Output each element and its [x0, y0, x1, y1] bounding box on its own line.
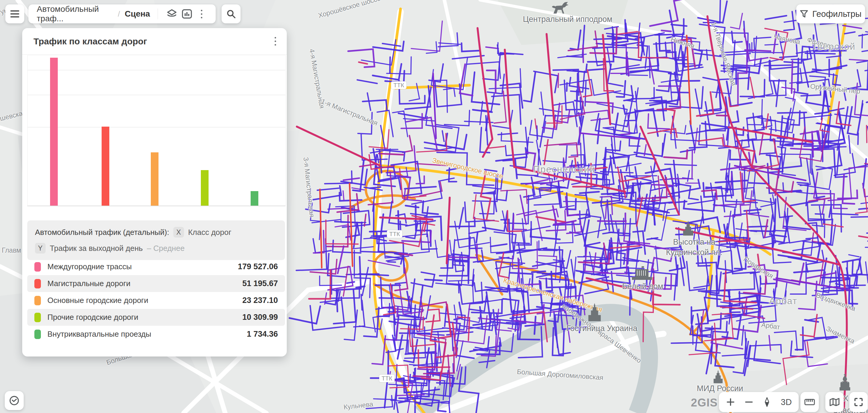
map-poi-label: Центральный ипподром — [523, 15, 612, 24]
chart-bar[interactable] — [201, 170, 209, 206]
chart-source-line-x: Автомобильный трафик (детальный): X Клас… — [35, 226, 277, 238]
legend-label: Магистральные дороги — [48, 279, 242, 288]
legend-row[interactable]: Прочие городские дороги10 309.99 — [27, 309, 285, 326]
clock-icon — [9, 395, 20, 406]
toolbar-divider — [158, 8, 158, 19]
legend-value: 10 309.99 — [242, 313, 278, 322]
horse-icon — [551, 1, 570, 15]
chart-gridline — [28, 127, 285, 128]
chart-source-line-y: Y Трафик за выходной день – Среднее — [35, 242, 277, 254]
compass-button[interactable] — [760, 393, 774, 411]
ttk-badge: ТТК — [379, 375, 395, 382]
search-button[interactable] — [222, 4, 241, 23]
tower-icon — [588, 302, 601, 324]
legend-label: Внутриквартальные проезды — [48, 330, 247, 339]
legend-row[interactable]: Магистральные дороги51 195.67 — [27, 275, 285, 292]
legend-swatch — [34, 330, 41, 339]
ruler-button[interactable] — [801, 392, 819, 412]
history-button[interactable] — [5, 391, 24, 410]
fullscreen-button[interactable] — [849, 392, 868, 412]
breadcrumb-scene[interactable]: Сцена — [125, 9, 150, 19]
zoom-out-button[interactable] — [742, 393, 756, 411]
widget-menu-button[interactable] — [273, 35, 278, 47]
church-icon — [838, 373, 851, 392]
layers-icon — [166, 9, 177, 19]
zoom-in-button[interactable] — [723, 393, 738, 411]
legend-swatch — [34, 279, 41, 288]
compass-needle-icon — [764, 397, 771, 407]
legend-row[interactable]: Основные городские дороги23 237.10 — [27, 292, 285, 309]
traffic-widget: Трафик по классам дорог Автомобильный тр… — [22, 28, 287, 356]
map-poi-label: Гостиница Украина — [566, 324, 638, 333]
plus-icon — [726, 398, 735, 406]
folded-map-icon — [829, 398, 840, 407]
geofilters-label: Геофильтры — [812, 9, 862, 19]
chart-bar[interactable] — [151, 152, 158, 206]
bar-chart-plot — [27, 55, 286, 206]
map-district-label: Арбат — [769, 296, 798, 307]
map-poi-label: Кудринской пл. — [666, 248, 722, 257]
dashboard-button[interactable] — [180, 5, 194, 23]
y-aggregation-label: – Среднее — [147, 242, 185, 254]
government-building-icon — [630, 266, 653, 282]
ruler-icon — [804, 398, 815, 406]
bar-chart-card-icon — [182, 9, 192, 19]
widget-title: Трафик по классам дорог — [33, 36, 273, 46]
menu-button[interactable] — [5, 4, 24, 23]
more-button[interactable] — [194, 5, 209, 23]
legend-value: 51 195.67 — [242, 279, 278, 288]
chart-bar[interactable] — [102, 127, 109, 206]
search-icon — [226, 9, 236, 19]
legend-label: Основные городские дороги — [48, 296, 242, 305]
dataset-label: Автомобильный трафик (детальный): — [35, 226, 169, 238]
chart-source-info: Автомобильный трафик (детальный): X Клас… — [27, 220, 285, 260]
legend-label: Междугородние трассы — [48, 262, 238, 271]
three-d-button[interactable]: 3D — [778, 393, 795, 411]
chart-legend: Междугородние трассы179 527.06Магистраль… — [27, 258, 285, 343]
chart-gridline — [28, 95, 285, 95]
breadcrumb-bar: Автомобильный траф... / Сцена — [28, 4, 216, 23]
legend-swatch — [34, 262, 41, 272]
legend-value: 23 237.10 — [242, 296, 278, 305]
map-poi-label: Х — [843, 394, 848, 403]
x-field-label: Класс дорог — [188, 226, 231, 238]
legend-swatch — [34, 296, 41, 305]
tower-icon — [683, 219, 693, 238]
legend-row[interactable]: Внутриквартальные проезды1 734.36 — [27, 326, 285, 343]
chart-bar[interactable] — [251, 191, 258, 206]
minimap-button[interactable] — [825, 392, 844, 412]
y-field-label: Трафик за выходной день — [50, 242, 143, 254]
ttk-badge: ТТК — [391, 81, 406, 89]
kebab-icon — [199, 8, 204, 20]
legend-label: Прочие городские дороги — [48, 313, 242, 322]
legend-value: 1 734.36 — [247, 330, 278, 339]
layers-button[interactable] — [164, 5, 179, 23]
x-axis-badge: X — [173, 227, 184, 238]
breadcrumb-project[interactable]: Автомобильный траф... — [37, 4, 113, 23]
fullscreen-icon — [854, 397, 863, 407]
breadcrumb-separator: / — [118, 9, 120, 19]
legend-row[interactable]: Междугородние трассы179 527.06 — [27, 258, 285, 275]
funnel-icon — [800, 10, 808, 18]
chart-gridline — [28, 70, 285, 70]
minus-icon — [745, 398, 753, 406]
map-zoom-controls: 3D — [719, 392, 799, 412]
map-poi-label: Белый дом — [622, 282, 663, 291]
y-axis-badge: Y — [35, 243, 45, 253]
widget-header: Трафик по классам дорог — [22, 28, 287, 55]
geofilters-button[interactable]: Геофильтры — [796, 4, 865, 23]
legend-value: 179 527.06 — [238, 262, 278, 271]
map-attribution[interactable]: 2GIS — [691, 397, 718, 409]
map-street-label: Главм — [2, 246, 21, 254]
map-district-label: Пресненский — [533, 164, 595, 175]
legend-swatch — [34, 313, 41, 322]
hamburger-icon — [10, 10, 20, 18]
chart-bar[interactable] — [50, 58, 58, 206]
ttk-badge: ТТК — [387, 230, 402, 238]
map-poi-label: Высотка на — [673, 238, 715, 247]
map-district-label: Тверской — [812, 41, 856, 52]
tower-icon — [713, 370, 723, 385]
